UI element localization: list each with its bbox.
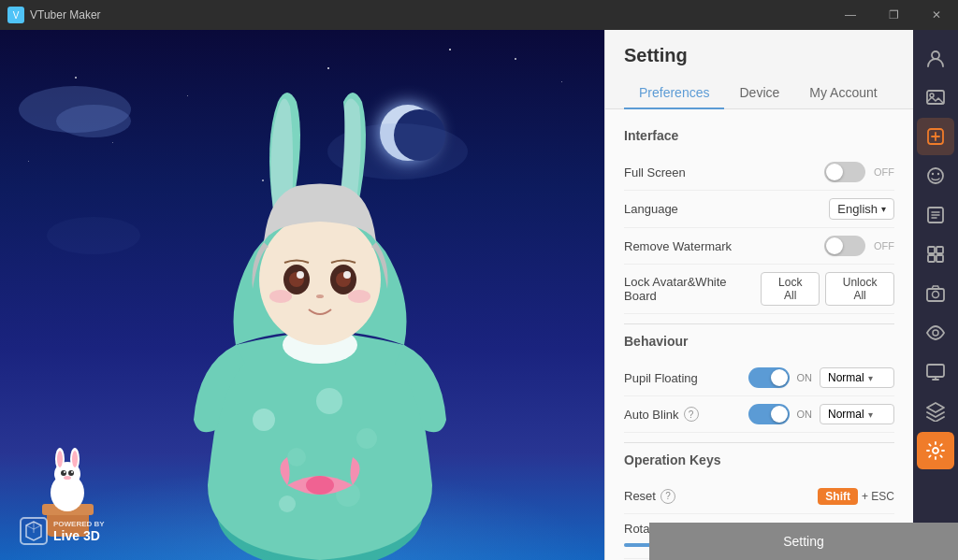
bottom-setting-button[interactable]: Setting	[783, 534, 824, 549]
pupilfloating-toggle-knob	[771, 369, 788, 386]
svg-point-31	[64, 476, 71, 480]
esc-label: + ESC	[862, 490, 894, 503]
operationkeys-section-title: Operation Keys	[624, 452, 894, 467]
app-logo: V	[7, 7, 24, 23]
sidebar-icon-gear[interactable]	[917, 432, 954, 469]
sidebar-icon-image[interactable]	[917, 79, 954, 116]
pupilfloating-dropdown-value: Normal	[828, 371, 864, 384]
right-sidebar	[913, 30, 958, 560]
section-divider-1	[624, 323, 894, 324]
autoblink-help-icon[interactable]: ?	[684, 407, 699, 422]
watermark-toggle-label: OFF	[874, 240, 894, 251]
svg-point-37	[928, 168, 943, 183]
camera-icon	[925, 283, 946, 304]
settings-header: Setting Preferences Device My Account	[605, 30, 913, 109]
behaviour-section-title: Behaviour	[624, 334, 894, 349]
svg-point-4	[356, 428, 377, 449]
settings-panel: Setting Preferences Device My Account In…	[604, 30, 913, 560]
fullscreen-toggle[interactable]	[824, 162, 865, 182]
svg-point-39	[937, 173, 939, 175]
svg-rect-43	[928, 255, 935, 262]
settings-title: Setting	[624, 45, 894, 66]
svg-point-14	[297, 271, 304, 279]
pupilfloating-row: Pupil Floating ON Normal ▾	[624, 360, 894, 396]
tab-device[interactable]: Device	[724, 78, 794, 109]
pupilfloating-toggle[interactable]	[748, 367, 790, 388]
pupilfloating-toggle-label: ON	[797, 372, 813, 383]
svg-point-3	[316, 388, 342, 414]
pupilfloating-controls: ON Normal ▾	[748, 367, 895, 388]
language-label: Language	[624, 202, 678, 216]
sidebar-icon-user[interactable]	[917, 39, 954, 77]
fullscreen-toggle-knob	[826, 164, 843, 180]
sidebar-icon-sticker[interactable]	[917, 118, 954, 155]
sidebar-icon-layers[interactable]	[917, 393, 954, 430]
pupilfloating-label: Pupil Floating	[624, 371, 698, 385]
svg-point-24	[57, 451, 63, 467]
reset-row: Reset ? Shift + ESC	[624, 479, 894, 514]
svg-point-28	[68, 470, 74, 476]
chevron-down-icon: ▾	[881, 204, 886, 214]
image-icon	[925, 87, 946, 108]
autoblink-dropdown[interactable]: Normal ▾	[820, 404, 894, 424]
sidebar-icon-camera[interactable]	[917, 275, 954, 312]
title-bar: V VTuber Maker — ❐ ✕	[0, 0, 958, 30]
live3d-cube-icon	[19, 516, 49, 546]
settings-tabs: Preferences Device My Account	[624, 78, 894, 108]
reset-help-icon[interactable]: ?	[660, 489, 675, 504]
autoblink-row: Auto Blink ? ON Normal ▾	[624, 396, 894, 433]
sidebar-icon-eye[interactable]	[917, 314, 954, 352]
sidebar-icon-expand[interactable]	[917, 236, 954, 273]
fullscreen-label: Full Screen	[624, 165, 686, 179]
expand-icon	[925, 244, 946, 265]
autoblink-toggle[interactable]	[748, 404, 790, 424]
maximize-button[interactable]: ❐	[872, 0, 915, 30]
sidebar-icon-list[interactable]	[917, 196, 954, 234]
live3d-text: POWERED BY Live 3D	[53, 520, 105, 543]
reset-label-text: Reset	[624, 489, 656, 503]
svg-point-46	[933, 292, 939, 298]
svg-point-2	[287, 448, 306, 467]
minimize-button[interactable]: —	[829, 0, 872, 30]
chevron-down-icon: ▾	[868, 373, 873, 383]
svg-point-17	[269, 290, 292, 303]
autoblink-controls: ON Normal ▾	[748, 404, 895, 424]
eye-icon	[925, 323, 946, 343]
app-name: VTuber Maker	[30, 8, 101, 22]
tab-preferences[interactable]: Preferences	[624, 78, 724, 109]
close-button[interactable]: ✕	[915, 0, 958, 30]
bottom-setting-area[interactable]: Setting	[649, 523, 958, 560]
settings-content: Interface Full Screen OFF Language Engli…	[605, 109, 913, 560]
pupilfloating-dropdown[interactable]: Normal ▾	[820, 367, 894, 388]
title-bar-left: V VTuber Maker	[0, 7, 101, 23]
watermark-toggle[interactable]	[824, 236, 865, 256]
svg-point-8	[306, 476, 334, 495]
svg-point-29	[64, 471, 65, 473]
sidebar-icon-emoji[interactable]	[917, 157, 954, 194]
main-area: POWERED BY Live 3D Setting Preferences D…	[0, 30, 958, 560]
svg-point-16	[316, 294, 324, 298]
svg-point-18	[348, 290, 370, 303]
language-value: English	[837, 202, 878, 216]
unlock-all-button[interactable]: Unlock All	[825, 272, 894, 306]
svg-point-30	[71, 471, 73, 473]
lock-buttons: Lock All Unlock All	[761, 272, 894, 306]
gear-icon	[925, 440, 946, 461]
svg-point-26	[72, 451, 78, 467]
language-select[interactable]: English ▾	[829, 198, 894, 220]
svg-rect-48	[927, 365, 944, 377]
user-icon	[925, 48, 946, 68]
tab-myaccount[interactable]: My Account	[794, 78, 892, 109]
lockavatar-row: Lock Avatar&White Board Lock All Unlock …	[624, 265, 894, 314]
reset-shortcut: Shift + ESC	[818, 488, 894, 505]
fullscreen-toggle-label: OFF	[874, 166, 894, 178]
svg-rect-44	[936, 255, 943, 262]
lock-all-button[interactable]: Lock All	[761, 272, 820, 306]
chevron-down-icon: ▾	[868, 409, 873, 420]
watermark-toggle-knob	[826, 237, 843, 254]
monitor-icon	[925, 362, 946, 382]
sidebar-icon-monitor[interactable]	[917, 353, 954, 391]
interface-section-title: Interface	[624, 128, 894, 143]
section-divider-2	[624, 442, 894, 443]
autoblink-dropdown-value: Normal	[828, 408, 864, 421]
